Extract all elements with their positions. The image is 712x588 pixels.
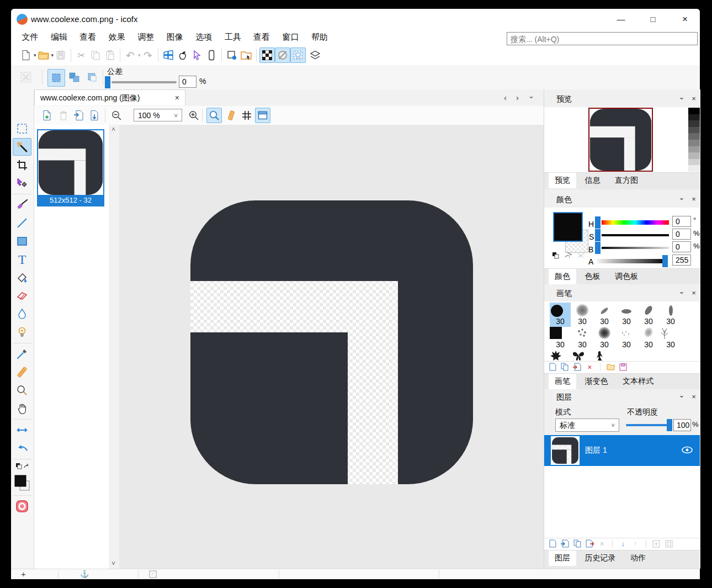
saturation-slider-track[interactable] [602,234,669,236]
zoom-out-button[interactable] [109,108,124,123]
tolerance-slider-track[interactable] [111,81,177,83]
import-image-button[interactable] [72,108,86,123]
layers-collapse-icon[interactable]: ⌄ [677,391,686,399]
brush-maple-leaf[interactable] [550,350,571,361]
grid-toggle[interactable] [240,108,254,123]
zoom-in-button[interactable] [187,108,201,123]
crop-tool[interactable] [13,156,31,174]
brush-open-button[interactable] [605,362,615,372]
brush-stroke-diag[interactable] [594,305,615,315]
search-input[interactable]: 搜索... (Alt+Q) [507,32,698,45]
minimize-button[interactable]: — [613,12,629,27]
layer-move-down-button[interactable]: ↓ [618,539,628,549]
brush-import-button[interactable] [572,362,582,372]
brush-grass[interactable] [660,327,681,339]
eyedropper-tool[interactable] [13,345,31,363]
tab-color[interactable]: 颜色 [549,269,576,284]
brush-close-icon[interactable]: × [689,289,698,297]
brush-ellipse-v[interactable] [660,304,681,318]
browse-folder-button[interactable] [239,48,253,62]
brush-butterfly[interactable] [572,350,593,361]
saturation-slider-handle[interactable] [595,229,601,241]
preview-collapse-icon[interactable]: ⌄ [677,93,686,101]
brush-scatter3[interactable] [616,329,637,339]
hue-value[interactable]: 0 [672,216,691,227]
new-file-button[interactable] [19,48,33,62]
menu-effects[interactable]: 效果 [104,30,130,45]
image-list-scrollbar[interactable]: ˄ ˅ [109,125,120,569]
brush-square[interactable] [550,327,571,339]
canvas-image[interactable] [190,200,473,484]
brightness-slider-handle[interactable] [595,242,601,254]
ruler-toggle[interactable] [224,108,238,123]
selection-mode-new-button[interactable] [47,69,65,87]
tab-brushes[interactable]: 画笔 [549,374,576,389]
brush-round-hard[interactable] [550,304,571,318]
save-button[interactable] [54,48,68,62]
fill-tool[interactable] [13,269,31,287]
macos-format-button[interactable] [176,48,190,62]
tab-histogram[interactable]: 直方图 [609,173,644,188]
layer-new-button[interactable] [548,539,557,549]
hue-slider-handle[interactable] [595,216,601,229]
menu-window[interactable]: 窗口 [278,30,304,45]
canvas[interactable] [119,125,544,569]
pan-tool[interactable] [13,400,31,417]
paste-button[interactable] [103,48,117,62]
brush-duplicate-button[interactable] [560,362,570,372]
brightness-slider-track[interactable] [602,247,669,249]
brush-save-button[interactable] [618,362,628,372]
menu-help[interactable]: 帮助 [306,30,333,45]
selection-mode-subtract-button[interactable] [84,69,100,86]
tab-actions[interactable]: 动作 [624,550,652,566]
layers-view-button[interactable] [308,48,322,62]
menu-view[interactable]: 查看 [75,30,101,45]
record-shape-button[interactable] [13,497,31,515]
export-image-button[interactable] [87,108,102,123]
brush-ellipse-h[interactable] [616,305,637,316]
rotate-tool[interactable] [13,439,31,457]
menu-view2[interactable]: 查看 [248,30,275,45]
brush-collapse-icon[interactable]: ⌄ [677,287,686,295]
foreground-color-swatch[interactable] [553,212,583,242]
scroll-down-icon[interactable]: ˅ [111,560,115,568]
default-colors-button[interactable] [576,252,585,259]
menu-file[interactable]: 文件 [17,30,43,45]
brush-delete-button[interactable]: × [585,362,594,372]
color-close-icon[interactable]: × [689,195,698,203]
layer-duplicate-button[interactable] [572,539,582,549]
layer-row-selected[interactable]: 图层 1 [544,435,700,466]
layer-visibility-toggle[interactable] [681,445,693,455]
brush-new-button[interactable] [548,362,557,372]
saturation-value[interactable]: 0 [672,229,691,240]
phone-format-button[interactable] [204,48,219,62]
text-tool[interactable]: T [13,251,31,268]
flip-tool[interactable] [13,421,31,439]
hue-slider-track[interactable] [602,220,669,225]
tab-layers[interactable]: 图层 [549,550,576,566]
cut-button[interactable]: ✂ [74,48,88,62]
tab-list-button[interactable]: ⌄ [528,92,534,100]
tab-prev-button[interactable]: ‹ [504,93,507,102]
open-file-button[interactable] [36,48,51,62]
tab-swatches[interactable]: 色板 [578,269,606,284]
layer-import-button[interactable] [560,539,570,549]
scroll-up-icon[interactable]: ˄ [111,126,115,134]
selection-mode-add-button[interactable] [66,69,83,86]
alpha-slider-track[interactable] [597,259,665,263]
tab-palette[interactable]: 调色板 [609,269,644,284]
tab-history[interactable]: 历史记录 [578,550,621,566]
undo-button[interactable]: ↶ [123,48,137,62]
lighten-tool[interactable] [13,324,31,341]
magic-wand-tool[interactable] [13,138,31,156]
cursor-format-button[interactable] [190,48,204,62]
rect-select-tool[interactable] [13,120,31,137]
selection-export-button[interactable] [225,48,239,62]
brush-fuzzy[interactable] [638,327,659,340]
line-tool[interactable] [13,214,31,232]
menu-options[interactable]: 选项 [190,30,217,45]
maximize-button[interactable]: □ [645,12,661,27]
swap-fg-bg-button[interactable] [552,252,561,259]
opacity-slider-handle[interactable] [667,419,672,431]
tolerance-slider-handle[interactable] [105,76,110,88]
